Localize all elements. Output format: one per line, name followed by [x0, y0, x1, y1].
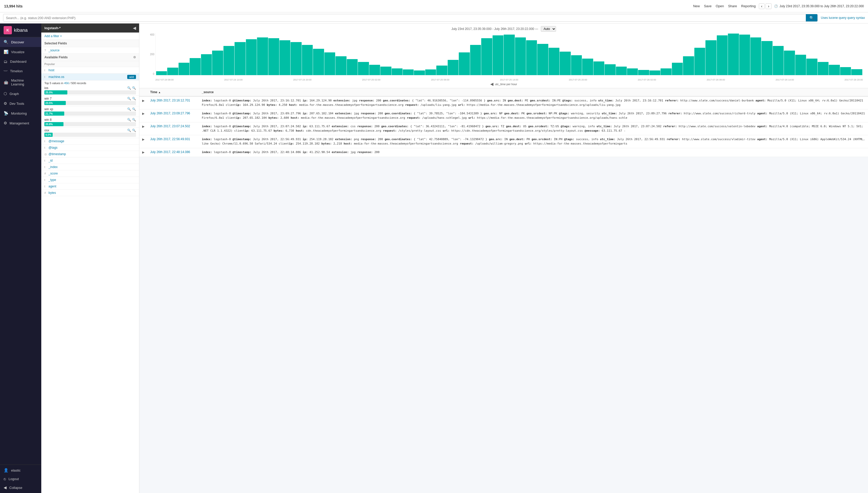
- expand-button[interactable]: ▶: [142, 112, 144, 115]
- chart-bar[interactable]: [212, 50, 223, 75]
- chart-bar[interactable]: [190, 58, 200, 75]
- chart-bar[interactable]: [728, 34, 739, 75]
- chart-bar[interactable]: [784, 50, 795, 75]
- chart-bar[interactable]: [706, 40, 716, 75]
- sidebar-item-dashboard[interactable]: 🗂 Dashboard: [0, 57, 41, 66]
- field-row-message[interactable]: t @message: [41, 138, 139, 145]
- chart-bar[interactable]: [683, 56, 694, 75]
- top5-link[interactable]: 456: [64, 82, 69, 85]
- magnify-plus-icon[interactable]: 🔍: [127, 97, 131, 101]
- magnify-minus-icon[interactable]: 🔍: [132, 129, 136, 132]
- chart-bar[interactable]: [616, 67, 627, 75]
- chart-bar[interactable]: [773, 46, 784, 75]
- sidebar-item-graph[interactable]: ⬡ Graph: [0, 89, 41, 99]
- field-row-machine-os[interactable]: t machine.os add: [41, 73, 139, 81]
- chart-bar[interactable]: [627, 68, 638, 75]
- chart-bar[interactable]: [156, 71, 167, 75]
- sidebar-item-elastic[interactable]: 👤 elastic: [0, 466, 41, 475]
- field-row-type[interactable]: t _type: [41, 177, 139, 183]
- chart-bar[interactable]: [493, 35, 504, 75]
- chart-bar[interactable]: [459, 52, 470, 75]
- sidebar-item-visualize[interactable]: 📊 Visualize: [0, 47, 41, 57]
- open-button[interactable]: Open: [716, 4, 724, 8]
- field-row-host[interactable]: t host: [41, 67, 139, 73]
- chart-bar[interactable]: [313, 49, 324, 75]
- field-row-timestamp[interactable]: ◎ @timestamp: [41, 151, 139, 157]
- field-row-tags[interactable]: t @tags: [41, 145, 139, 151]
- chart-bar[interactable]: [638, 70, 649, 75]
- collapse-panel-button[interactable]: ◀: [133, 25, 136, 30]
- magnify-minus-icon[interactable]: 🔍: [132, 86, 136, 90]
- save-button[interactable]: Save: [704, 4, 712, 8]
- chart-bar[interactable]: [246, 39, 257, 75]
- expand-button[interactable]: ▶: [142, 99, 144, 103]
- col-time[interactable]: Time ▲: [147, 88, 199, 96]
- chart-bar[interactable]: [223, 46, 234, 75]
- search-input[interactable]: [3, 15, 806, 21]
- chart-bar[interactable]: [436, 66, 447, 75]
- magnify-plus-icon[interactable]: 🔍: [127, 86, 131, 90]
- field-row-agent[interactable]: t agent: [41, 183, 139, 190]
- sidebar-item-monitoring[interactable]: 📡 Monitoring: [0, 108, 41, 118]
- chart-bar[interactable]: [201, 54, 212, 75]
- field-row-bytes[interactable]: # bytes: [41, 190, 139, 196]
- magnify-minus-icon[interactable]: 🔍: [132, 107, 136, 111]
- chart-bar[interactable]: [795, 55, 806, 75]
- chart-bar[interactable]: [560, 51, 571, 75]
- field-row-score[interactable]: # _score: [41, 170, 139, 177]
- chart-bar[interactable]: [291, 42, 302, 75]
- selected-field-source[interactable]: ? _source: [41, 47, 139, 54]
- chart-bar[interactable]: [739, 35, 750, 75]
- chart-bar[interactable]: [268, 38, 279, 75]
- share-button[interactable]: Share: [728, 4, 737, 8]
- chart-bar[interactable]: [235, 42, 245, 75]
- add-filter-link[interactable]: Add a filter +: [44, 34, 62, 38]
- add-field-button[interactable]: add: [127, 75, 136, 79]
- chart-bar[interactable]: [818, 62, 828, 75]
- expand-button[interactable]: ▶: [142, 125, 144, 128]
- chart-bar[interactable]: [515, 38, 526, 75]
- chart-bar[interactable]: [347, 59, 358, 75]
- magnify-minus-icon[interactable]: 🔍: [132, 118, 136, 122]
- lucene-link[interactable]: Uses lucene query query syntax: [821, 16, 865, 20]
- chart-bar[interactable]: [649, 70, 660, 75]
- chart-bar[interactable]: [380, 67, 391, 75]
- expand-button[interactable]: ▶: [142, 150, 144, 154]
- chart-bar[interactable]: [392, 68, 402, 75]
- chart-bar[interactable]: [582, 59, 593, 75]
- chart-bar[interactable]: [571, 55, 582, 75]
- sidebar-item-machine-learning[interactable]: 🤖 Machine Learning: [0, 76, 41, 89]
- chart-bar[interactable]: [594, 61, 604, 75]
- chart-bar[interactable]: [324, 52, 335, 75]
- sidebar-item-logout[interactable]: ⎋ Logout: [0, 475, 41, 483]
- expand-button[interactable]: ▶: [142, 137, 144, 141]
- chart-bar[interactable]: [280, 40, 290, 75]
- chart-bar[interactable]: [840, 67, 851, 75]
- chart-bar[interactable]: [369, 65, 380, 75]
- chart-bar[interactable]: [403, 69, 414, 75]
- chart-bar[interactable]: [358, 62, 369, 75]
- sidebar-item-management[interactable]: ⚙ Management: [0, 118, 41, 128]
- chart-bar[interactable]: [694, 48, 705, 75]
- auto-select[interactable]: Auto: [541, 26, 556, 32]
- chart-bar[interactable]: [470, 45, 481, 75]
- magnify-plus-icon[interactable]: 🔍: [127, 129, 131, 132]
- chart-bar[interactable]: [481, 38, 492, 75]
- chart-nav-left[interactable]: ◀: [490, 82, 493, 86]
- chart-bar[interactable]: [526, 40, 537, 75]
- settings-icon[interactable]: ⚙: [133, 56, 136, 59]
- chart-bar[interactable]: [549, 48, 559, 75]
- chart-bar[interactable]: [605, 64, 616, 75]
- magnify-plus-icon[interactable]: 🔍: [127, 118, 131, 122]
- sidebar-item-collapse[interactable]: ◀ Collapse: [0, 483, 41, 492]
- search-button[interactable]: 🔍: [806, 14, 818, 21]
- chart-bar[interactable]: [750, 38, 761, 75]
- field-row-id[interactable]: t _id: [41, 157, 139, 164]
- chart-bar[interactable]: [179, 63, 190, 75]
- chart-bar[interactable]: [672, 63, 683, 75]
- chart-bar[interactable]: [425, 69, 436, 75]
- chart-bar[interactable]: [829, 65, 840, 75]
- sidebar-item-dev-tools[interactable]: ⚙ Dev Tools: [0, 99, 41, 108]
- chart-bar[interactable]: [504, 35, 514, 75]
- sidebar-item-timelion[interactable]: 〰 Timelion: [0, 66, 41, 76]
